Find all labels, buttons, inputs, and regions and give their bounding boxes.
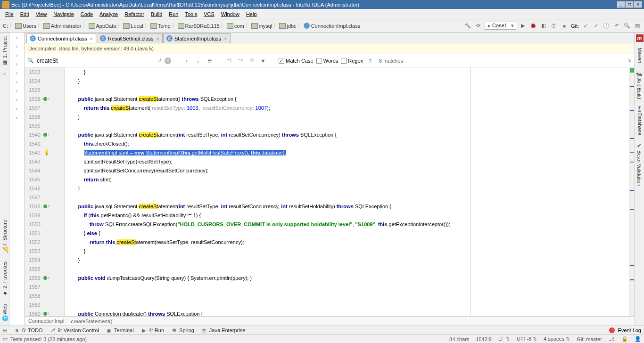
menu-view[interactable]: View: [33, 11, 50, 17]
code-line[interactable]: this.checkClosed();: [65, 139, 629, 148]
close-tab-icon[interactable]: ×: [224, 36, 227, 41]
ide-settings-icon[interactable]: ▤: [634, 22, 641, 30]
event-log-button[interactable]: Event Log: [618, 327, 641, 333]
override-icon[interactable]: ↑: [48, 96, 50, 101]
code-line[interactable]: [65, 193, 629, 202]
code-line[interactable]: }: [65, 184, 629, 193]
ant-tool-tab[interactable]: 🐜 Ant Build: [636, 67, 644, 103]
close-tab-icon[interactable]: ×: [157, 36, 159, 41]
code-line[interactable]: [65, 291, 629, 300]
breakpoint-icon[interactable]: [43, 204, 47, 208]
breadcrumb-item[interactable]: ConnectionImpl.class: [304, 23, 361, 29]
tree-chevron-icon[interactable]: ›: [16, 115, 18, 121]
sync-icon[interactable]: ⟳: [474, 22, 482, 30]
find-input[interactable]: [37, 57, 155, 64]
git-branch-icon[interactable]: ⎇: [609, 336, 615, 342]
run-icon[interactable]: ▶: [519, 22, 527, 30]
breadcrumb-item[interactable]: Local: [123, 22, 150, 29]
code-line[interactable]: return this.createStatement( resultSetTy…: [65, 103, 629, 112]
override-icon[interactable]: ↑: [48, 275, 50, 280]
breakpoint-icon[interactable]: [43, 276, 47, 280]
search-everywhere-icon[interactable]: 🔍: [623, 22, 631, 30]
code-line[interactable]: public java.sql.Statement createStatemen…: [65, 202, 629, 211]
menu-analyze[interactable]: Analyze: [96, 11, 121, 17]
git-rollback-icon[interactable]: ↶: [613, 22, 620, 30]
code-line[interactable]: }: [65, 67, 629, 76]
minimize-button[interactable]: _: [617, 1, 625, 8]
regex-checkbox[interactable]: Regex: [341, 58, 363, 64]
menu-help[interactable]: Help: [243, 11, 260, 17]
select-all-button[interactable]: ⊟: [205, 57, 214, 65]
close-find-button[interactable]: ×: [628, 57, 632, 65]
run-config-selector[interactable]: ▸ Case1: [485, 22, 516, 30]
indent-setting[interactable]: 4 spaces: [544, 336, 570, 342]
tree-chevron-icon[interactable]: ›: [16, 34, 18, 40]
git-commit-icon[interactable]: ✓: [592, 22, 600, 30]
tree-chevron-icon[interactable]: ›: [16, 106, 18, 112]
breakpoint-icon[interactable]: [43, 133, 47, 137]
tool-window-button[interactable]: ⎇9: Version Control: [50, 327, 99, 334]
menu-window[interactable]: Window: [218, 11, 243, 17]
words-checkbox[interactable]: Words: [316, 58, 339, 64]
regex-help-icon[interactable]: ?: [366, 57, 374, 65]
nav-crumb-item[interactable]: createStatement(): [71, 318, 113, 324]
code-line[interactable]: stmt.setResultSetConcurrency(resultSetCo…: [65, 166, 629, 175]
project-tool-tab[interactable]: ▦ 1: Project: [0, 33, 8, 70]
menu-vcs[interactable]: VCS: [200, 11, 218, 17]
code-line[interactable]: }: [65, 246, 629, 255]
build-icon[interactable]: 🔨: [464, 22, 471, 30]
menu-edit[interactable]: Edit: [17, 11, 33, 17]
tree-chevron-icon[interactable]: ›: [16, 61, 18, 67]
breadcrumb-item[interactable]: AppData: [89, 22, 124, 29]
tool-window-button[interactable]: ≡6: TODO: [14, 327, 43, 334]
code-line[interactable]: } else {: [65, 229, 629, 237]
code-line[interactable]: [65, 85, 629, 94]
tree-chevron-icon[interactable]: ›: [16, 70, 18, 76]
maven-tool-tab[interactable]: Maven: [636, 44, 644, 67]
add-selection-icon[interactable]: ⁺⟟: [225, 57, 233, 65]
menu-run[interactable]: Run: [165, 11, 182, 17]
nav-crumb-item[interactable]: ConnectionImpl: [28, 318, 71, 325]
code-line[interactable]: public void dumpTestcaseQuery(String que…: [65, 273, 629, 282]
tool-window-menu-icon[interactable]: ⊞: [3, 327, 7, 334]
next-match-button[interactable]: ↓: [194, 57, 202, 65]
maximize-button[interactable]: □: [625, 1, 634, 8]
code-line[interactable]: public java.sql.Statement createStatemen…: [65, 94, 629, 103]
code-line[interactable]: [65, 121, 629, 130]
editor-tab[interactable]: CStatementImpl.class×: [163, 33, 230, 43]
code-editor[interactable]: 1533153415351536↑1537153815391540↑154115…: [25, 67, 635, 316]
editor-tab[interactable]: CConnectionImpl.class×: [26, 33, 96, 43]
expand-icon[interactable]: »: [3, 71, 6, 76]
breadcrumb-item[interactable]: C:: [3, 22, 15, 29]
code-line[interactable]: StatementImpl stmt = new StatementImpl(t…: [65, 148, 629, 157]
breadcrumb-item[interactable]: mysql: [251, 22, 280, 29]
hide-tool-windows-icon[interactable]: ▭: [3, 336, 8, 342]
editor-breadcrumb[interactable]: ConnectionImplcreateStatement(): [25, 316, 635, 326]
database-tool-tab[interactable]: 🗄 Database: [636, 103, 644, 139]
code-line[interactable]: }: [65, 112, 629, 121]
menu-code[interactable]: Code: [77, 11, 96, 17]
code-line[interactable]: }: [65, 255, 629, 264]
web-tool-tab[interactable]: 🌐 Web: [0, 300, 8, 326]
code-line[interactable]: [65, 300, 629, 309]
code-line[interactable]: public java.sql.Statement createStatemen…: [65, 130, 629, 139]
code-line[interactable]: stmt.setResultSetType(resultSetType);: [65, 157, 629, 166]
code-line[interactable]: return stmt;: [65, 175, 629, 184]
override-icon[interactable]: ↑: [48, 132, 50, 137]
git-branch[interactable]: Git: master: [577, 336, 602, 342]
tree-chevron-icon[interactable]: ›: [16, 97, 18, 103]
tree-chevron-icon[interactable]: ›: [16, 79, 18, 85]
file-encoding[interactable]: UTF-8: [517, 336, 537, 342]
prev-match-button[interactable]: ↑: [182, 57, 191, 65]
menu-tools[interactable]: Tools: [182, 11, 200, 17]
breadcrumb-item[interactable]: Temp: [150, 22, 178, 29]
code-line[interactable]: return this.createStatement(resultSetTyp…: [65, 237, 629, 246]
maven-icon[interactable]: m: [636, 34, 644, 42]
tree-chevron-icon[interactable]: ›: [16, 43, 18, 49]
match-case-checkbox[interactable]: ✓Match Case: [279, 58, 314, 64]
code-content[interactable]: } } public java.sql.Statement createStat…: [65, 67, 629, 316]
coverage-icon[interactable]: ◧: [540, 22, 547, 30]
structure-tool-tab[interactable]: 📐 7: Structure: [0, 216, 8, 258]
clear-search-button[interactable]: ×: [165, 57, 171, 64]
code-line[interactable]: public Connection duplicate() throws SQL…: [65, 309, 629, 316]
